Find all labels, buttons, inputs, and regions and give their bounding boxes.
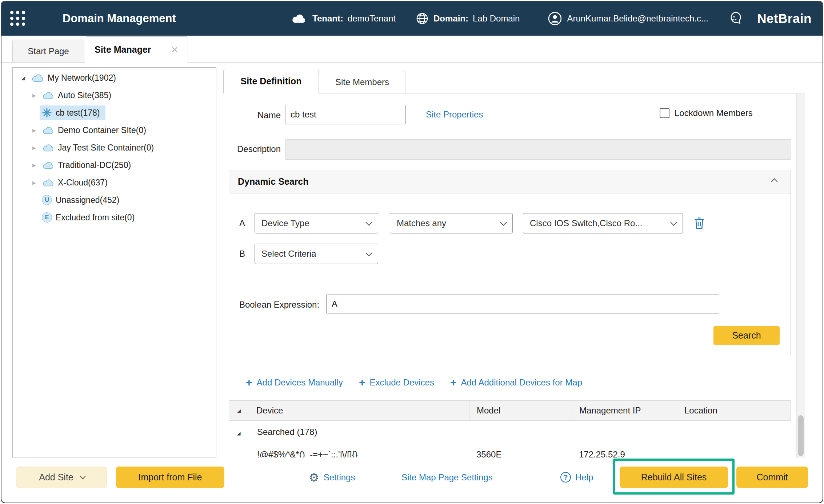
site-map-page-settings-link[interactable]: Site Map Page Settings bbox=[401, 467, 493, 488]
device-value-dropdown[interactable]: Cisco IOS Switch,Cisco Ro... bbox=[523, 213, 683, 233]
tree-item-jay-test[interactable]: ▶ Jay Test Site Container(0) bbox=[13, 139, 216, 156]
lockdown-checkbox[interactable] bbox=[660, 108, 669, 118]
link-label: Site Map Page Settings bbox=[401, 472, 493, 483]
tree-item-label: Excluded from site(0) bbox=[56, 213, 135, 223]
add-site-button[interactable]: Add Site bbox=[16, 467, 107, 488]
dynamic-search-section: Dynamic Search A Device Type Matches any… bbox=[229, 170, 791, 355]
link-label: Help bbox=[575, 472, 593, 483]
tree-item-my-network[interactable]: ◢ My Network(1902) bbox=[13, 69, 216, 87]
site-properties-link[interactable]: Site Properties bbox=[426, 105, 483, 124]
column-location: Location bbox=[677, 401, 791, 420]
globe-icon bbox=[416, 12, 428, 25]
expand-icon[interactable]: ▶ bbox=[29, 93, 40, 98]
tree-item-x-cloud[interactable]: ▶ X-Cloud(637) bbox=[13, 174, 216, 191]
tree-item-label: cb test(178) bbox=[56, 108, 100, 118]
add-devices-manually-link[interactable]: + Add Devices Manually bbox=[246, 377, 343, 388]
tab-site-manager[interactable]: Site Manager × bbox=[85, 36, 188, 63]
cloud-icon bbox=[31, 74, 44, 82]
close-icon[interactable]: × bbox=[171, 44, 178, 55]
column-model: Model bbox=[469, 401, 572, 420]
collapse-section-icon[interactable] bbox=[771, 178, 777, 185]
tree-item-traditional-dc[interactable]: ▶ Traditional-DC(250) bbox=[13, 156, 216, 174]
expand-icon[interactable]: ▶ bbox=[29, 163, 40, 168]
site-tree-panel: ◢ My Network(1902) ▶ Auto Site(385) bbox=[12, 67, 216, 457]
add-additional-devices-link[interactable]: + Add Additional Devices for Map bbox=[450, 377, 582, 388]
name-label: Name bbox=[223, 105, 281, 125]
chevron-down-icon bbox=[500, 219, 507, 225]
tab-label: Start Page bbox=[28, 46, 69, 56]
assistant-icon[interactable] bbox=[728, 10, 745, 28]
tenant-value: demoTenant bbox=[348, 13, 396, 24]
user-email[interactable]: ArunKumar.Belide@netbraintech.c... bbox=[567, 13, 708, 24]
tenant-label: Tenant: bbox=[312, 13, 343, 24]
expand-icon[interactable]: ▶ bbox=[29, 145, 40, 151]
cell-device: !@#$%^&*()_-=+~`::.'|\/[]{} bbox=[249, 449, 469, 457]
cloud-icon bbox=[42, 161, 54, 169]
commit-button[interactable]: Commit bbox=[736, 467, 808, 488]
tree-item-unassigned[interactable]: U Unassigned(452) bbox=[13, 191, 216, 209]
site-name-input[interactable] bbox=[285, 105, 406, 124]
plus-icon: + bbox=[359, 377, 365, 388]
link-label: Add Devices Manually bbox=[257, 377, 343, 388]
expand-icon[interactable]: ▶ bbox=[29, 180, 40, 185]
tab-label: Site Members bbox=[335, 77, 389, 87]
tree-item-label: Demo Container SIte(0) bbox=[58, 125, 146, 135]
table-row[interactable]: !@#$%^&*()_-=+~`::.'|\/[]{} 3560E 172.25… bbox=[229, 443, 791, 457]
group-label: Searched (178) bbox=[249, 427, 317, 437]
scrollbar-thumb[interactable] bbox=[798, 415, 804, 456]
site-definition-content: Name Site Properties Lockdown Members De… bbox=[223, 93, 796, 457]
main-tab-strip: Start Page Site Manager × bbox=[1, 36, 823, 63]
row-b-label: B bbox=[239, 249, 245, 259]
scrollbar[interactable] bbox=[796, 93, 805, 457]
import-from-file-button[interactable]: Import from File bbox=[116, 467, 224, 488]
tree-item-demo-container[interactable]: ▶ Demo Container SIte(0) bbox=[13, 121, 216, 139]
tab-site-definition[interactable]: Site Definition bbox=[223, 69, 319, 93]
dropdown-value: Matches any bbox=[397, 218, 446, 228]
domain-value: Lab Domain bbox=[473, 13, 520, 24]
tree-item-auto-site[interactable]: ▶ Auto Site(385) bbox=[13, 87, 216, 104]
gear-icon: ⚙ bbox=[309, 472, 319, 483]
app-header: Domain Management Tenant: demoTenant Dom… bbox=[1, 1, 823, 36]
help-link[interactable]: ? Help bbox=[560, 467, 593, 488]
link-label: Settings bbox=[324, 472, 355, 483]
searched-group-row[interactable]: ◢ Searched (178) bbox=[229, 421, 791, 443]
tree-item-label: Auto Site(385) bbox=[58, 91, 111, 100]
tree-item-label: Unassigned(452) bbox=[56, 195, 119, 205]
domain-management-window: Domain Management Tenant: demoTenant Dom… bbox=[1, 1, 823, 503]
collapse-icon[interactable]: ◢ bbox=[18, 75, 29, 81]
chevron-down-icon bbox=[365, 249, 372, 256]
cell-model: 3560E bbox=[469, 449, 572, 457]
column-device: Device bbox=[249, 401, 469, 420]
tree-item-label: Traditional-DC(250) bbox=[58, 160, 131, 170]
tree-item-excluded[interactable]: E Excluded from site(0) bbox=[13, 209, 216, 226]
operator-dropdown[interactable]: Matches any bbox=[390, 213, 513, 233]
cloud-icon bbox=[42, 179, 54, 187]
trash-icon[interactable] bbox=[693, 217, 705, 231]
collapse-all-icon[interactable]: ◢ bbox=[237, 408, 241, 413]
button-label: Add Site bbox=[39, 472, 73, 483]
lockdown-label: Lockdown Members bbox=[675, 108, 753, 118]
description-input[interactable] bbox=[285, 139, 791, 160]
search-button[interactable]: Search bbox=[713, 326, 780, 345]
plus-icon: + bbox=[246, 377, 252, 388]
tab-site-members[interactable]: Site Members bbox=[319, 71, 405, 93]
exclude-devices-link[interactable]: + Exclude Devices bbox=[359, 377, 434, 388]
chevron-down-icon bbox=[80, 474, 86, 480]
device-actions: + Add Devices Manually + Exclude Devices… bbox=[246, 377, 582, 388]
rebuild-all-sites-button[interactable]: Rebuild All Sites bbox=[620, 467, 728, 488]
app-launcher-icon[interactable] bbox=[10, 11, 25, 26]
boolean-expression-input[interactable] bbox=[326, 295, 719, 313]
tab-start-page[interactable]: Start Page bbox=[12, 40, 84, 62]
settings-link[interactable]: ⚙ Settings bbox=[309, 467, 355, 488]
criteria-dropdown[interactable]: Select Criteria bbox=[255, 244, 378, 264]
netbrain-logo: NetBrain bbox=[757, 1, 812, 36]
tree-item-cb-test[interactable]: cb test(178) bbox=[13, 104, 216, 121]
dynamic-search-title: Dynamic Search bbox=[238, 176, 309, 187]
tab-label: Site Definition bbox=[240, 76, 301, 87]
device-type-dropdown[interactable]: Device Type bbox=[255, 213, 378, 233]
cell-management-ip: 172.25.52.9 bbox=[572, 449, 677, 457]
site-icon bbox=[42, 108, 52, 118]
collapse-group-icon[interactable]: ◢ bbox=[237, 431, 241, 436]
expand-icon[interactable]: ▶ bbox=[29, 128, 40, 133]
row-a-label: A bbox=[239, 218, 245, 228]
